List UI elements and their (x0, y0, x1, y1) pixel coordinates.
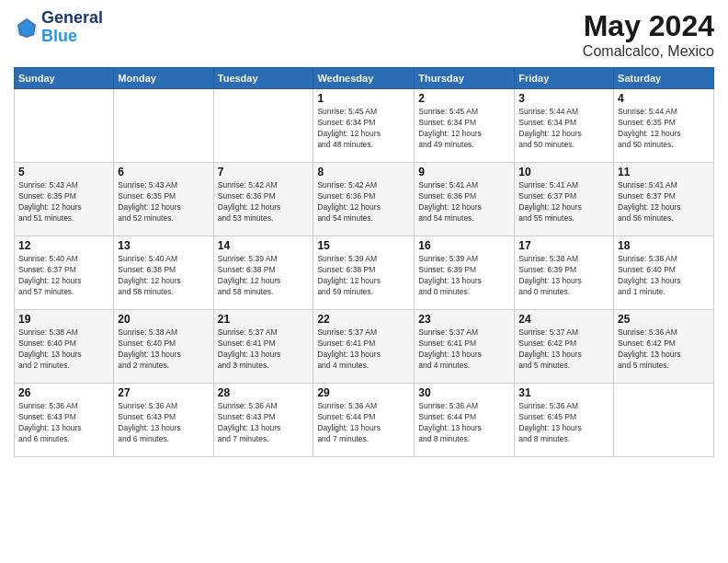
day-number: 23 (418, 313, 510, 326)
day-info: Sunrise: 5:37 AM Sunset: 6:41 PM Dayligh… (418, 327, 510, 372)
day-number: 28 (218, 386, 310, 399)
weekday-row: SundayMondayTuesdayWednesdayThursdayFrid… (15, 68, 714, 89)
calendar-cell: 3Sunrise: 5:44 AM Sunset: 6:34 PM Daylig… (515, 89, 614, 163)
day-number: 5 (18, 166, 109, 178)
calendar-cell: 28Sunrise: 5:36 AM Sunset: 6:43 PM Dayli… (213, 384, 313, 457)
day-info: Sunrise: 5:44 AM Sunset: 6:34 PM Dayligh… (518, 107, 609, 151)
day-info: Sunrise: 5:38 AM Sunset: 6:39 PM Dayligh… (518, 254, 609, 298)
weekday-header: Monday (114, 68, 213, 89)
calendar-cell: 10Sunrise: 5:41 AM Sunset: 6:37 PM Dayli… (515, 163, 614, 236)
day-number: 6 (118, 166, 209, 178)
day-number: 7 (218, 166, 310, 178)
day-number: 12 (18, 239, 109, 252)
day-info: Sunrise: 5:45 AM Sunset: 6:34 PM Dayligh… (418, 107, 510, 151)
calendar-cell: 24Sunrise: 5:37 AM Sunset: 6:42 PM Dayli… (515, 310, 614, 384)
calendar-cell (213, 89, 313, 163)
day-info: Sunrise: 5:40 AM Sunset: 6:38 PM Dayligh… (118, 254, 209, 298)
calendar-cell: 17Sunrise: 5:38 AM Sunset: 6:39 PM Dayli… (515, 236, 614, 310)
day-info: Sunrise: 5:36 AM Sunset: 6:43 PM Dayligh… (218, 401, 310, 445)
month-year: May 2024 (583, 9, 714, 43)
day-number: 1 (317, 92, 410, 105)
calendar-cell: 9Sunrise: 5:41 AM Sunset: 6:36 PM Daylig… (415, 163, 515, 236)
day-info: Sunrise: 5:36 AM Sunset: 6:43 PM Dayligh… (18, 401, 109, 445)
day-info: Sunrise: 5:43 AM Sunset: 6:35 PM Dayligh… (18, 180, 109, 224)
logo-text: General Blue (41, 9, 103, 46)
calendar-body: 1Sunrise: 5:45 AM Sunset: 6:34 PM Daylig… (15, 89, 714, 457)
day-info: Sunrise: 5:37 AM Sunset: 6:42 PM Dayligh… (518, 327, 609, 372)
day-number: 4 (618, 92, 710, 105)
calendar-cell: 7Sunrise: 5:42 AM Sunset: 6:36 PM Daylig… (213, 163, 313, 236)
day-number: 31 (518, 386, 609, 399)
day-number: 8 (317, 166, 410, 178)
day-number: 19 (18, 313, 109, 326)
calendar-cell: 27Sunrise: 5:36 AM Sunset: 6:43 PM Dayli… (114, 384, 213, 457)
day-number: 13 (118, 239, 209, 252)
calendar-cell: 23Sunrise: 5:37 AM Sunset: 6:41 PM Dayli… (415, 310, 515, 384)
calendar-cell: 29Sunrise: 5:36 AM Sunset: 6:44 PM Dayli… (313, 384, 415, 457)
page: General Blue May 2024 Comalcalco, Mexico… (0, 0, 728, 563)
day-number: 3 (518, 92, 609, 105)
calendar-cell: 6Sunrise: 5:43 AM Sunset: 6:35 PM Daylig… (114, 163, 213, 236)
day-number: 9 (418, 166, 510, 178)
day-info: Sunrise: 5:36 AM Sunset: 6:44 PM Dayligh… (418, 401, 510, 445)
calendar-cell: 30Sunrise: 5:36 AM Sunset: 6:44 PM Dayli… (415, 384, 515, 457)
calendar-cell (114, 89, 213, 163)
title-block: May 2024 Comalcalco, Mexico (583, 9, 714, 60)
calendar-cell: 5Sunrise: 5:43 AM Sunset: 6:35 PM Daylig… (15, 163, 114, 236)
day-number: 29 (317, 386, 410, 399)
day-info: Sunrise: 5:45 AM Sunset: 6:34 PM Dayligh… (317, 107, 410, 151)
day-info: Sunrise: 5:38 AM Sunset: 6:40 PM Dayligh… (18, 327, 109, 372)
day-info: Sunrise: 5:39 AM Sunset: 6:38 PM Dayligh… (317, 254, 410, 298)
calendar-week: 5Sunrise: 5:43 AM Sunset: 6:35 PM Daylig… (15, 163, 714, 236)
day-info: Sunrise: 5:39 AM Sunset: 6:38 PM Dayligh… (218, 254, 310, 298)
day-info: Sunrise: 5:36 AM Sunset: 6:45 PM Dayligh… (518, 401, 609, 445)
weekday-header: Wednesday (313, 68, 415, 89)
day-number: 22 (317, 313, 410, 326)
day-number: 2 (418, 92, 510, 105)
calendar-cell: 26Sunrise: 5:36 AM Sunset: 6:43 PM Dayli… (15, 384, 114, 457)
day-number: 30 (418, 386, 510, 399)
logo-line1: General (41, 9, 103, 28)
weekday-header: Thursday (415, 68, 515, 89)
day-info: Sunrise: 5:40 AM Sunset: 6:37 PM Dayligh… (18, 254, 109, 298)
day-info: Sunrise: 5:41 AM Sunset: 6:37 PM Dayligh… (518, 180, 609, 224)
day-number: 24 (518, 313, 609, 326)
day-info: Sunrise: 5:41 AM Sunset: 6:37 PM Dayligh… (618, 180, 710, 224)
day-number: 11 (618, 166, 710, 178)
calendar-cell: 8Sunrise: 5:42 AM Sunset: 6:36 PM Daylig… (313, 163, 415, 236)
day-info: Sunrise: 5:43 AM Sunset: 6:35 PM Dayligh… (118, 180, 209, 224)
calendar-cell (614, 384, 714, 457)
day-info: Sunrise: 5:38 AM Sunset: 6:40 PM Dayligh… (618, 254, 710, 298)
calendar-cell: 15Sunrise: 5:39 AM Sunset: 6:38 PM Dayli… (313, 236, 415, 310)
calendar-cell: 22Sunrise: 5:37 AM Sunset: 6:41 PM Dayli… (313, 310, 415, 384)
day-info: Sunrise: 5:36 AM Sunset: 6:42 PM Dayligh… (618, 327, 710, 372)
calendar-week: 19Sunrise: 5:38 AM Sunset: 6:40 PM Dayli… (15, 310, 714, 384)
calendar-cell: 2Sunrise: 5:45 AM Sunset: 6:34 PM Daylig… (415, 89, 515, 163)
location: Comalcalco, Mexico (583, 43, 714, 60)
calendar-cell: 18Sunrise: 5:38 AM Sunset: 6:40 PM Dayli… (614, 236, 714, 310)
day-number: 18 (618, 239, 710, 252)
calendar-cell: 31Sunrise: 5:36 AM Sunset: 6:45 PM Dayli… (515, 384, 614, 457)
day-number: 10 (518, 166, 609, 178)
day-info: Sunrise: 5:44 AM Sunset: 6:35 PM Dayligh… (618, 107, 710, 151)
calendar-cell: 14Sunrise: 5:39 AM Sunset: 6:38 PM Dayli… (213, 236, 313, 310)
calendar-week: 1Sunrise: 5:45 AM Sunset: 6:34 PM Daylig… (15, 89, 714, 163)
day-info: Sunrise: 5:39 AM Sunset: 6:39 PM Dayligh… (418, 254, 510, 298)
calendar-week: 12Sunrise: 5:40 AM Sunset: 6:37 PM Dayli… (15, 236, 714, 310)
weekday-header: Friday (515, 68, 614, 89)
logo: General Blue (14, 9, 103, 46)
day-number: 15 (317, 239, 410, 252)
weekday-header: Saturday (614, 68, 714, 89)
weekday-header: Sunday (15, 68, 114, 89)
logo-line2: Blue (41, 28, 103, 46)
calendar-cell (15, 89, 114, 163)
calendar-cell: 25Sunrise: 5:36 AM Sunset: 6:42 PM Dayli… (614, 310, 714, 384)
day-number: 17 (518, 239, 609, 252)
calendar-cell: 20Sunrise: 5:38 AM Sunset: 6:40 PM Dayli… (114, 310, 213, 384)
day-number: 14 (218, 239, 310, 252)
calendar-header: SundayMondayTuesdayWednesdayThursdayFrid… (15, 68, 714, 89)
calendar-cell: 16Sunrise: 5:39 AM Sunset: 6:39 PM Dayli… (415, 236, 515, 310)
day-number: 21 (218, 313, 310, 326)
calendar-cell: 19Sunrise: 5:38 AM Sunset: 6:40 PM Dayli… (15, 310, 114, 384)
logo-icon (14, 15, 40, 40)
